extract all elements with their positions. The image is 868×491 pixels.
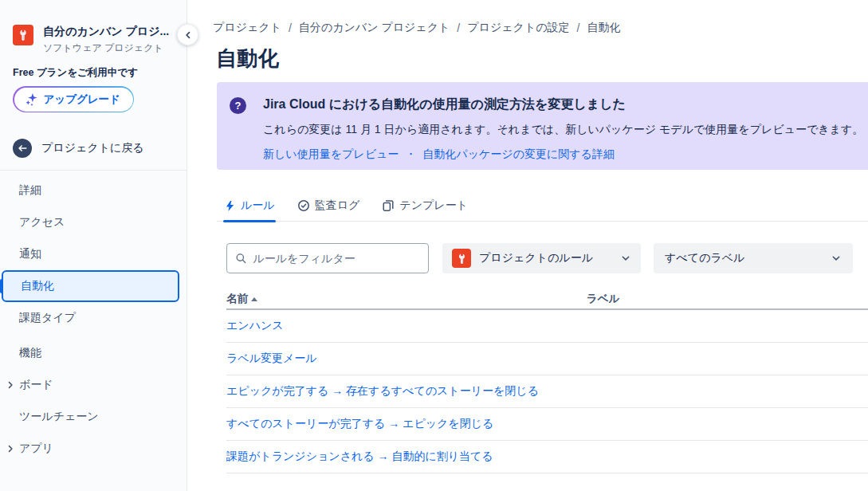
chevron-down-icon xyxy=(620,253,631,264)
table-row: ラベル変更メール xyxy=(226,343,868,375)
sidebar-divider xyxy=(0,170,187,171)
plan-notice: Free プランをご利用中です xyxy=(13,66,138,80)
usage-change-banner: ? Jira Cloud における自動化の使用量の測定方法を変更しました これら… xyxy=(217,82,868,170)
sparkle-icon xyxy=(25,92,38,106)
project-meta: 自分のカンバン プロジ... ソフトウェア プロジェクト xyxy=(43,25,169,55)
sidebar-collapse-button[interactable] xyxy=(177,24,198,45)
upgrade-label: アップグレード xyxy=(44,92,120,107)
main-content: プロジェクト / 自分のカンバン プロジェクト / プロジェクトの設定 / 自動… xyxy=(188,0,868,491)
jira-automation-settings-page: 自分のカンバン プロジ... ソフトウェア プロジェクト Free プランをご利… xyxy=(0,0,868,491)
packaging-details-link[interactable]: 自動化パッケージの変更に関する詳細 xyxy=(422,147,615,162)
back-label: プロジェクトに戻る xyxy=(41,141,144,155)
question-mark-icon: ? xyxy=(230,97,246,114)
banner-links: 新しい使用量をプレビュー ・ 自動化パッケージの変更に関する詳細 xyxy=(263,147,852,162)
rule-scope-value: プロジェクトのルール xyxy=(479,251,593,265)
rule-link[interactable]: すべてのストーリーが完了する → エピックを閉じる xyxy=(226,417,493,431)
sidebar: 自分のカンバン プロジ... ソフトウェア プロジェクト Free プランをご利… xyxy=(0,0,187,491)
breadcrumb: プロジェクト / 自分のカンバン プロジェクト / プロジェクトの設定 / 自動… xyxy=(213,21,620,35)
rule-link[interactable]: 課題がトランジションされる → 自動的に割り当てる xyxy=(226,450,493,464)
sidebar-item-issue-types[interactable]: 課題タイプ xyxy=(0,302,187,334)
lightning-bolt-icon xyxy=(224,200,236,212)
chevron-left-icon xyxy=(183,30,193,40)
labels-value: すべてのラベル xyxy=(665,251,744,265)
banner-title: Jira Cloud における自動化の使用量の測定方法を変更しました xyxy=(263,96,852,113)
project-header[interactable]: 自分のカンバン プロジ... ソフトウェア プロジェクト xyxy=(13,25,172,55)
rule-filter-search[interactable] xyxy=(226,243,429,273)
sidebar-item-toolchain[interactable]: ツールチェーン xyxy=(0,401,187,433)
rule-filter-input[interactable] xyxy=(253,252,420,265)
tab-rules[interactable]: ルール xyxy=(224,197,275,221)
breadcrumb-projects[interactable]: プロジェクト xyxy=(213,21,281,35)
project-name: 自分のカンバン プロジ... xyxy=(43,25,169,39)
chevron-right-icon xyxy=(6,444,15,454)
banner-body: これらの変更は 11 月 1 日から適用されます。それまでは、新しいパッケージ … xyxy=(263,123,852,137)
rules-table: エンハンス ラベル変更メール エピックが完了する → 存在するすべてのストーリー… xyxy=(226,310,868,473)
back-to-project[interactable]: プロジェクトに戻る xyxy=(13,139,144,158)
sidebar-item-automation[interactable]: 自動化 xyxy=(2,270,179,302)
sidebar-item-features[interactable]: 機能 xyxy=(0,337,187,369)
breadcrumb-automation[interactable]: 自動化 xyxy=(587,21,620,35)
column-header-name[interactable]: 名前 xyxy=(226,292,257,306)
sidebar-item-access[interactable]: アクセス xyxy=(0,206,187,238)
project-avatar-icon xyxy=(13,25,33,45)
back-arrow-icon xyxy=(13,139,32,158)
copy-pages-icon xyxy=(382,199,395,212)
breadcrumb-project-settings[interactable]: プロジェクトの設定 xyxy=(467,21,569,35)
upgrade-button[interactable]: アップグレード xyxy=(13,86,134,112)
breadcrumb-project-name[interactable]: 自分のカンバン プロジェクト xyxy=(299,21,450,35)
project-type: ソフトウェア プロジェクト xyxy=(43,41,169,55)
table-row: 課題がトランジションされる → 自動的に割り当てる xyxy=(226,441,868,473)
sidebar-item-apps[interactable]: アプリ xyxy=(0,433,187,465)
tab-audit-log[interactable]: 監査ログ xyxy=(297,197,360,221)
table-row: エピックが完了する → 存在するすべてのストーリーを閉じる xyxy=(226,375,868,408)
table-row: エンハンス xyxy=(226,310,868,343)
tab-bar: ルール 監査ログ テンプレート xyxy=(217,197,868,222)
circle-check-icon xyxy=(297,199,310,212)
page-title: 自動化 xyxy=(216,45,280,73)
rule-link[interactable]: ラベル変更メール xyxy=(226,352,317,366)
sidebar-item-notifications[interactable]: 通知 xyxy=(0,238,187,270)
project-avatar-icon xyxy=(452,249,471,268)
sidebar-item-details[interactable]: 詳細 xyxy=(0,175,187,206)
settings-menu: 詳細 アクセス 通知 自動化 課題タイプ 機能 ボード ツールチェーン アプリ xyxy=(0,175,187,465)
rule-scope-dropdown[interactable]: プロジェクトのルール xyxy=(442,243,641,273)
search-icon xyxy=(235,252,246,265)
preview-usage-link[interactable]: 新しい使用量をプレビュー xyxy=(263,147,399,162)
table-row: すべてのストーリーが完了する → エピックを閉じる xyxy=(226,408,868,441)
sort-ascending-icon xyxy=(251,297,257,301)
rule-link[interactable]: エンハンス xyxy=(226,319,284,333)
labels-dropdown[interactable]: すべてのラベル xyxy=(654,243,853,273)
column-header-label: ラベル xyxy=(587,292,619,306)
tab-templates[interactable]: テンプレート xyxy=(382,197,468,221)
rule-link[interactable]: エピックが完了する → 存在するすべてのストーリーを閉じる xyxy=(226,384,539,399)
link-separator: ・ xyxy=(405,147,416,162)
chevron-right-icon xyxy=(6,380,15,390)
rules-table-header: 名前 ラベル xyxy=(226,292,868,308)
chevron-down-icon xyxy=(831,253,842,264)
sidebar-item-board[interactable]: ボード xyxy=(0,369,187,401)
